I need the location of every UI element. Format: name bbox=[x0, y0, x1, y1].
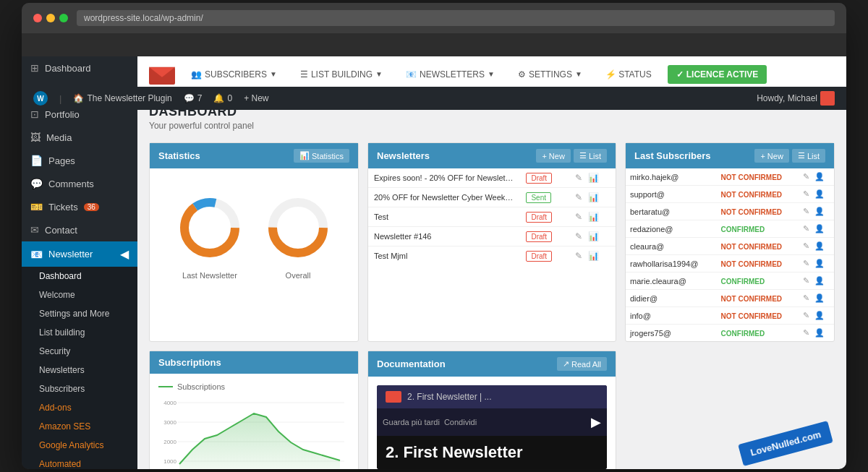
sidebar-item-comments[interactable]: 💬 Comments bbox=[22, 172, 137, 195]
person-icon[interactable]: 👤 bbox=[814, 259, 825, 267]
close-dot[interactable] bbox=[33, 14, 42, 22]
newsletter-row: Test Mjml Draft ✎ 📊 bbox=[368, 246, 616, 266]
submenu-list-building[interactable]: List building bbox=[22, 323, 137, 342]
browser-url[interactable]: wordpress-site.local/wp-admin/ bbox=[77, 10, 835, 26]
subscribers-icon: 👥 bbox=[191, 69, 202, 80]
edit-icon[interactable]: ✎ bbox=[575, 231, 582, 241]
subscriber-status: CONFIRMED bbox=[717, 325, 799, 342]
edit-icon[interactable]: ✎ bbox=[575, 173, 582, 183]
video-big-title-area: 2. First Newsletter bbox=[377, 436, 607, 469]
edit-sub-icon[interactable]: ✎ bbox=[803, 259, 809, 267]
submenu-automated[interactable]: Automated bbox=[22, 455, 137, 469]
person-icon[interactable]: 👤 bbox=[814, 276, 825, 285]
admin-bar-comments[interactable]: 💬 7 bbox=[184, 93, 203, 103]
submenu-add-ons[interactable]: Add-ons bbox=[22, 398, 137, 417]
nav-subscribers[interactable]: 👥 SUBSCRIBERS ▼ bbox=[184, 65, 284, 84]
edit-sub-icon[interactable]: ✎ bbox=[803, 328, 809, 337]
edit-sub-icon[interactable]: ✎ bbox=[803, 224, 809, 233]
newsletters-list-btn[interactable]: ☰ List bbox=[574, 149, 607, 163]
sidebar-item-media[interactable]: 🖼 Media bbox=[22, 126, 137, 149]
person-icon[interactable]: 👤 bbox=[814, 224, 825, 233]
overall-label: Overall bbox=[262, 271, 334, 280]
svg-text:1000: 1000 bbox=[163, 458, 176, 465]
edit-sub-icon[interactable]: ✎ bbox=[803, 311, 809, 319]
stats-icon[interactable]: 📊 bbox=[588, 251, 599, 261]
licence-button[interactable]: ✓ LICENCE ACTIVE bbox=[668, 65, 767, 84]
subscribers-widget: Last Subscribers + New ☰ List bbox=[625, 142, 835, 342]
subscriptions-body: Subscriptions bbox=[150, 374, 358, 469]
person-icon[interactable]: 👤 bbox=[814, 189, 825, 198]
newsletter-name: Newsletter #146 bbox=[368, 227, 520, 246]
submenu-amazon-ses[interactable]: Amazon SES bbox=[22, 417, 137, 436]
subscribers-new-btn[interactable]: + New bbox=[754, 149, 788, 163]
settings-icon: ⚙ bbox=[518, 69, 526, 80]
edit-icon[interactable]: ✎ bbox=[575, 212, 582, 222]
sidebar-item-tickets[interactable]: 🎫 Tickets 36 bbox=[22, 195, 137, 218]
video-thumbnail[interactable]: 2. First Newsletter | ... Guarda più tar… bbox=[377, 385, 607, 469]
newsletter-name: Test Mjml bbox=[368, 246, 520, 266]
newsletter-nav-icon: 📧 bbox=[406, 69, 417, 80]
wp-logo[interactable]: W bbox=[33, 91, 48, 106]
nav-status[interactable]: ⚡ STATUS bbox=[598, 66, 659, 83]
stats-icon[interactable]: 📊 bbox=[588, 173, 599, 183]
stats-icon[interactable]: 📊 bbox=[588, 212, 599, 222]
edit-sub-icon[interactable]: ✎ bbox=[803, 241, 809, 250]
subscriber-row: support@ NOT CONFIRMED ✎ 👤 bbox=[626, 186, 834, 203]
sidebar-item-pages[interactable]: 📄 Pages bbox=[22, 149, 137, 172]
stats-icon[interactable]: 📊 bbox=[588, 192, 599, 202]
status-icon: ⚡ bbox=[605, 69, 616, 80]
portfolio-icon: ⊡ bbox=[30, 108, 39, 120]
statistics-action-btn[interactable]: 📊 Statistics bbox=[294, 149, 349, 163]
sidebar-item-newsletter[interactable]: 📧 Newsletter ◀ bbox=[22, 241, 137, 267]
admin-bar-site-name[interactable]: 🏠 The Newsletter Plugin bbox=[73, 93, 171, 103]
subscriber-email: info@ bbox=[626, 307, 717, 325]
submenu-dashboard[interactable]: Dashboard bbox=[22, 267, 137, 286]
edit-icon[interactable]: ✎ bbox=[575, 192, 582, 202]
stats-icon[interactable]: 📊 bbox=[588, 231, 599, 241]
submenu-welcome[interactable]: Welcome bbox=[22, 286, 137, 304]
nav-list-building[interactable]: ☰ LIST BUILDING ▼ bbox=[293, 65, 390, 84]
list-icon-nl: ☰ bbox=[579, 151, 587, 160]
person-icon[interactable]: 👤 bbox=[814, 311, 825, 319]
edit-sub-icon[interactable]: ✎ bbox=[803, 293, 809, 302]
person-icon[interactable]: 👤 bbox=[814, 172, 825, 181]
submenu-google-analytics[interactable]: Google Analytics bbox=[22, 436, 137, 455]
person-icon[interactable]: 👤 bbox=[814, 328, 825, 337]
newsletters-actions: + New ☰ List bbox=[536, 149, 607, 163]
video-header-bar: 2. First Newsletter | ... bbox=[377, 385, 607, 408]
subscriber-actions: ✎ 👤 bbox=[799, 273, 834, 290]
edit-icon[interactable]: ✎ bbox=[575, 251, 582, 261]
submenu-settings[interactable]: Settings and More bbox=[22, 304, 137, 323]
sidebar-item-dashboard[interactable]: ⊞ Dashboard bbox=[22, 56, 137, 80]
admin-bar-new[interactable]: + New bbox=[244, 93, 268, 103]
submenu-subscribers[interactable]: Subscribers bbox=[22, 379, 137, 398]
nav-settings[interactable]: ⚙ SETTINGS ▼ bbox=[511, 65, 590, 84]
newsletter-row: Test Draft ✎ 📊 bbox=[368, 207, 616, 227]
subscribers-list-btn[interactable]: ☰ List bbox=[792, 149, 825, 163]
chart-legend: Subscriptions bbox=[158, 382, 349, 391]
person-icon[interactable]: 👤 bbox=[814, 241, 825, 250]
maximize-dot[interactable] bbox=[59, 14, 68, 22]
edit-sub-icon[interactable]: ✎ bbox=[803, 276, 809, 285]
read-all-btn[interactable]: ↗ Read All bbox=[557, 357, 607, 371]
minimize-dot[interactable] bbox=[46, 14, 55, 22]
submenu-security[interactable]: Security bbox=[22, 342, 137, 361]
nav-newsletters[interactable]: 📧 NEWSLETTERS ▼ bbox=[399, 65, 502, 84]
edit-sub-icon[interactable]: ✎ bbox=[803, 172, 809, 181]
person-icon[interactable]: 👤 bbox=[814, 207, 825, 215]
edit-sub-icon[interactable]: ✎ bbox=[803, 207, 809, 215]
sidebar-item-contact[interactable]: ✉ Contact bbox=[22, 218, 137, 241]
plus-sub-icon: + bbox=[760, 152, 765, 160]
browser-dots bbox=[33, 14, 68, 22]
submenu-newsletters[interactable]: Newsletters bbox=[22, 361, 137, 379]
subscriptions-header: Subscriptions bbox=[150, 351, 358, 374]
admin-bar-updates[interactable]: 🔔 0 bbox=[213, 93, 232, 103]
subscriber-actions: ✎ 👤 bbox=[799, 168, 834, 186]
edit-sub-icon[interactable]: ✎ bbox=[803, 189, 809, 198]
person-icon[interactable]: 👤 bbox=[814, 293, 825, 302]
newsletters-new-btn[interactable]: + New bbox=[536, 149, 570, 163]
play-button[interactable]: ▶ bbox=[591, 414, 601, 430]
newsletter-row: Expires soon! - 20% OFF for Newsletter C… bbox=[368, 168, 616, 188]
subscriber-row: mirko.hajek@ NOT CONFIRMED ✎ 👤 bbox=[626, 168, 834, 186]
newsletters-table: Expires soon! - 20% OFF for Newsletter C… bbox=[368, 168, 616, 265]
